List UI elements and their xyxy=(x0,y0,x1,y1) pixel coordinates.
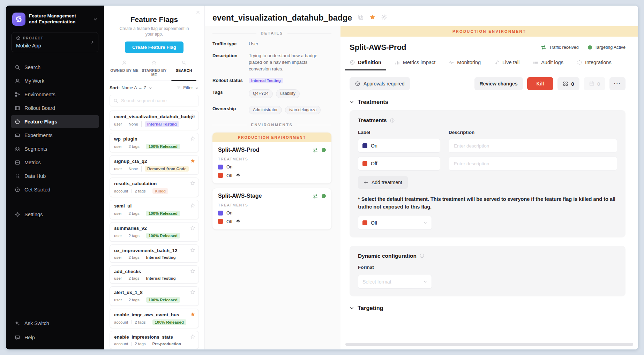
review-changes-button[interactable]: Review changes xyxy=(474,77,523,90)
create-feature-flag-button[interactable]: Create Feature Flag xyxy=(125,41,184,53)
tab-live-tail[interactable]: Live tail xyxy=(494,60,519,70)
calendar-count-button[interactable]: 0 xyxy=(584,77,605,90)
copy-icon[interactable] xyxy=(357,14,364,22)
sidebar-item-feature-flags[interactable]: Feature Flags xyxy=(11,115,99,128)
flag-list-item[interactable]: summaries_v2 user 2 tags 100% Released xyxy=(110,222,199,242)
targeting-section-toggle[interactable]: Targeting xyxy=(350,305,626,311)
treatments-card-title: Treatments xyxy=(358,117,617,123)
sidebar-item-metrics[interactable]: Metrics xyxy=(11,156,99,169)
owner-pill[interactable]: ivan.delagarza xyxy=(285,106,321,114)
flag-list-item[interactable]: signup_cta_q2 user None Removed from Cod… xyxy=(110,155,199,175)
sidebar-item-my-work[interactable]: My Work xyxy=(11,74,99,87)
flag-list-item[interactable]: ux_improvements_batch_12 user 2 tags Int… xyxy=(110,244,199,263)
filter-label: Filter xyxy=(183,85,193,90)
flag-list-item[interactable]: saml_ui user 2 tags 100% Released xyxy=(110,200,199,219)
close-icon[interactable] xyxy=(196,10,200,16)
sidebar-item-settings[interactable]: Settings xyxy=(11,208,99,221)
star-icon[interactable] xyxy=(190,225,195,232)
tab-search[interactable]: SEARCH xyxy=(169,59,199,81)
tab-metrics-impact[interactable]: Metrics impact xyxy=(395,60,435,70)
sidebar-item-experiments[interactable]: Experiments xyxy=(11,129,99,142)
sidebar-item-segments[interactable]: Segments xyxy=(11,142,99,155)
tab-definition[interactable]: Definition xyxy=(350,60,381,70)
sidebar-item-label: Search xyxy=(24,65,40,70)
star-icon[interactable] xyxy=(190,136,195,143)
sidebar-item-label: Metrics xyxy=(24,160,41,165)
flag-status-badge: 100% Released xyxy=(146,211,180,216)
tab-label: SEARCH xyxy=(169,68,199,73)
star-icon[interactable] xyxy=(369,14,376,22)
flag-meta: user 2 tags Internal Testing xyxy=(114,255,194,259)
tab-label: Audit logs xyxy=(541,60,563,65)
star-icon[interactable] xyxy=(190,289,195,296)
project-selector[interactable]: PROJECT Mobile App xyxy=(12,32,98,52)
sidebar-item-search[interactable]: Search xyxy=(11,61,99,74)
sort-value[interactable]: Name A → Z xyxy=(121,85,146,90)
search-input[interactable] xyxy=(121,98,195,103)
treatment-color-swatch xyxy=(362,220,367,225)
format-label: Format xyxy=(358,265,617,270)
environment-card[interactable]: Split-AWS-Stage TREATMENTS On Off xyxy=(212,188,331,229)
flag-list-item[interactable]: event_visualization_datahub_badge user N… xyxy=(110,111,199,130)
sidebar-item-data-hub[interactable]: Data Hub xyxy=(11,169,99,182)
add-treatment-button[interactable]: Add treatment xyxy=(358,176,408,189)
gear-icon[interactable] xyxy=(381,14,388,22)
sidebar-item-rollout-board[interactable]: Rollout Board xyxy=(11,101,99,114)
owner-pill[interactable]: Administrator xyxy=(249,106,282,114)
tab-owned-by-me[interactable]: OWNED BY ME xyxy=(110,59,139,81)
flag-tags: 2 tags xyxy=(131,320,149,324)
flag-status-badge: Internal Testing xyxy=(145,121,179,127)
app-logo[interactable]: Feature Management and Experimentation xyxy=(11,12,99,27)
tab-monitoring[interactable]: Monitoring xyxy=(449,60,481,70)
star-icon[interactable] xyxy=(190,181,195,187)
grid-count-button[interactable]: 0 xyxy=(557,77,579,90)
filter-button[interactable]: Filter xyxy=(176,85,199,90)
more-button[interactable]: ··· xyxy=(609,77,626,90)
star-icon[interactable] xyxy=(190,312,195,318)
treatment-label-input[interactable]: On xyxy=(358,139,440,153)
kill-button[interactable]: Kill xyxy=(527,77,554,90)
tag-pill[interactable]: Q4FY24 xyxy=(249,89,273,98)
traffic-type-value: User xyxy=(249,41,258,47)
targeting-active-indicator: Targeting Active xyxy=(588,45,626,50)
flag-status-badge: 100% Released xyxy=(152,319,186,325)
flag-search[interactable] xyxy=(110,95,199,106)
filter-icon xyxy=(176,85,181,90)
treatment-label-input[interactable]: Off xyxy=(358,157,440,171)
treatments-label: TREATMENTS xyxy=(218,157,326,161)
tab-integrations[interactable]: Integrations xyxy=(577,60,612,70)
star-icon[interactable] xyxy=(190,248,195,254)
flag-list-item[interactable]: add_checks user 2 tags Internal Testing xyxy=(110,265,199,284)
approvals-required-button[interactable]: Approvals required xyxy=(350,77,410,90)
flag-traffic-type: account xyxy=(114,342,131,346)
star-icon[interactable] xyxy=(190,158,195,165)
star-icon[interactable] xyxy=(190,269,195,275)
star-icon[interactable] xyxy=(190,114,195,120)
flag-list-item[interactable]: enable_impressions_stats account 2 tags … xyxy=(110,331,199,349)
tab-icon xyxy=(181,60,187,65)
flag-list-item[interactable]: enable_imgr_aws_event_bus account 2 tags… xyxy=(110,309,199,328)
flag-list-item[interactable]: wp_plugin user 2 tags 100% Released xyxy=(110,133,199,152)
tab-audit-logs[interactable]: Audit logs xyxy=(533,60,563,70)
sidebar-item-ask-switch[interactable]: Ask Switch xyxy=(11,317,99,330)
environment-card[interactable]: PRODUCTION ENVIRONMENT Split-AWS-Prod TR… xyxy=(212,133,331,183)
treatments-section-toggle[interactable]: Treatments xyxy=(350,99,626,105)
star-icon[interactable] xyxy=(190,203,195,210)
default-treatment-select[interactable]: Off xyxy=(358,216,432,230)
treatment-description-input[interactable] xyxy=(449,157,617,171)
default-asterisk-icon xyxy=(236,173,240,178)
tab-starred-by-me[interactable]: STARRED BY ME xyxy=(139,59,169,81)
flag-list-item[interactable]: alert_ux_1_8 user 2 tags 100% Released xyxy=(110,286,199,306)
format-select[interactable]: Select format xyxy=(358,275,432,289)
flag-list-item[interactable]: results_calculation account 2 tags Kille… xyxy=(110,178,199,197)
star-icon[interactable] xyxy=(190,334,195,341)
sidebar-item-get-started[interactable]: Get Started xyxy=(11,183,99,196)
treatment-description-input[interactable] xyxy=(449,139,617,153)
tag-pill[interactable]: usability xyxy=(276,89,299,98)
chevron-down-icon[interactable] xyxy=(148,86,152,90)
horizontal-scrollbar[interactable] xyxy=(345,343,633,346)
sidebar-item-environments[interactable]: Environments xyxy=(11,88,99,101)
green-dot-icon xyxy=(588,45,592,50)
treatment-item: On xyxy=(218,210,326,216)
sidebar-item-help[interactable]: Help xyxy=(11,331,99,344)
